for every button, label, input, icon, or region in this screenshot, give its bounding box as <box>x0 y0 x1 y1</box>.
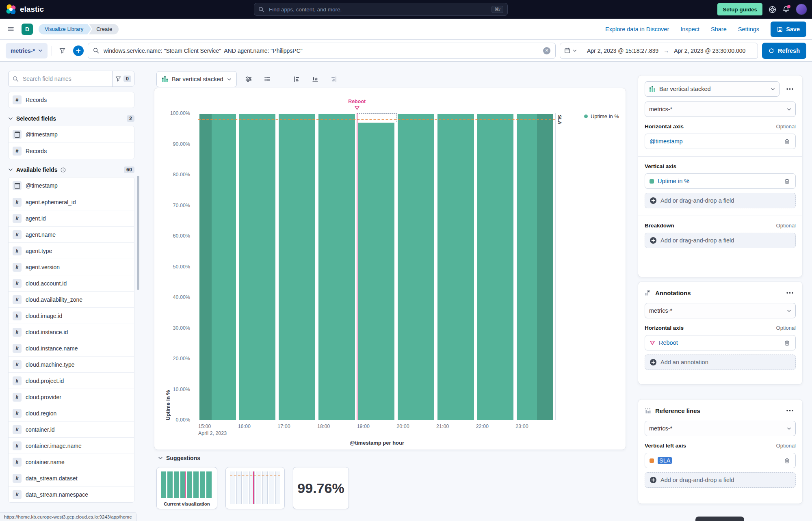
breadcrumb-visualize-library[interactable]: Visualize Library <box>39 24 91 35</box>
available-fields-header[interactable]: Available fields 60 <box>8 166 134 173</box>
help-icon[interactable] <box>769 6 776 13</box>
delete-dimension-icon[interactable] <box>783 177 791 185</box>
field-list-item[interactable]: cloud.availability_zone <box>9 291 134 307</box>
suggestion-alternate-chart[interactable] <box>225 467 285 509</box>
legend-item-uptime[interactable]: Uptime in % <box>584 113 619 119</box>
bar-18:00[interactable] <box>318 114 355 420</box>
field-list-item[interactable]: container.id <box>9 421 134 437</box>
annotations-icon <box>645 290 651 296</box>
field-list-item[interactable]: cloud.image.id <box>9 307 134 324</box>
add-vertical-field-button[interactable]: Add or drag-and-drop a field <box>645 193 796 208</box>
refresh-button[interactable]: Refresh <box>762 43 806 59</box>
global-search-input[interactable] <box>268 6 488 13</box>
field-list-item[interactable]: agent.ephemeral_id <box>9 194 134 210</box>
reference-more-icon[interactable] <box>784 405 796 416</box>
date-from[interactable]: Apr 2, 2023 @ 15:18:27.839 <box>587 48 658 54</box>
bar-19:00[interactable] <box>358 123 395 420</box>
field-list-item[interactable]: cloud.instance.id <box>9 324 134 340</box>
add-breakdown-field-button[interactable]: Add or drag-and-drop a field <box>645 233 796 248</box>
bar-23:00[interactable] <box>517 114 553 420</box>
field-list-item[interactable]: agent.id <box>9 210 134 226</box>
bottom-axis-icon[interactable] <box>308 72 322 86</box>
field-list-item[interactable]: container.name <box>9 454 134 470</box>
layer-dataview-select[interactable]: metrics-* <box>645 102 796 117</box>
delete-dimension-icon[interactable] <box>783 457 791 465</box>
clear-query-icon[interactable]: ✕ <box>543 47 550 54</box>
add-reference-field-button[interactable]: Add or drag-and-drop a field <box>645 472 796 488</box>
field-list-item[interactable]: agent.version <box>9 259 134 275</box>
annotation-hover-box[interactable] <box>357 113 397 122</box>
field-list-item[interactable]: cloud.instance.name <box>9 340 134 356</box>
dimension-uptime[interactable]: Uptime in % <box>645 173 796 189</box>
space-avatar[interactable]: D <box>22 24 33 35</box>
chevron-down-icon <box>8 116 13 121</box>
field-list-item[interactable]: data_stream.namespace <box>9 486 134 502</box>
legend-settings-icon[interactable] <box>260 72 274 86</box>
field-list-item[interactable]: cloud.project.id <box>9 372 134 389</box>
dimension-sla[interactable]: SLA <box>645 453 796 468</box>
elastic-logo-brand[interactable]: elastic <box>6 4 44 15</box>
nav-link[interactable]: Settings <box>738 26 759 32</box>
field-list-item[interactable]: cloud.account.id <box>9 275 134 291</box>
left-axis-icon[interactable] <box>290 72 303 86</box>
kql-query-input[interactable] <box>103 47 539 54</box>
records-field-item[interactable]: Records <box>8 92 134 108</box>
x-tick-date-sublabel: April 2, 2023 <box>198 430 227 436</box>
delete-dimension-icon[interactable] <box>783 138 791 145</box>
suggestions-header[interactable]: Suggestions <box>158 455 200 461</box>
field-list-item[interactable]: agent.type <box>9 242 134 259</box>
nav-link[interactable]: Share <box>711 26 727 32</box>
calendar-menu-button[interactable] <box>560 43 581 58</box>
visual-options-icon[interactable] <box>242 72 256 86</box>
cut-off-bottom-button[interactable] <box>695 517 744 521</box>
field-list-item[interactable]: @timestamp <box>9 126 134 143</box>
bar-20:00[interactable] <box>398 114 434 420</box>
layer-chart-type-select[interactable]: Bar vertical stacked <box>645 81 780 97</box>
dimension-reboot[interactable]: Reboot <box>645 335 796 350</box>
field-list-item[interactable]: container.image.name <box>9 437 134 454</box>
reference-dataview-select[interactable]: metrics-* <box>645 421 796 436</box>
dimension-timestamp[interactable]: @timestamp <box>645 134 796 149</box>
field-list-item[interactable]: cloud.machine.type <box>9 356 134 372</box>
field-list-item[interactable]: Records <box>9 143 134 159</box>
nav-link[interactable]: Explore data in Discover <box>605 26 669 32</box>
optional-tag: Optional <box>776 223 796 229</box>
dataview-picker[interactable]: metrics-* <box>6 43 48 58</box>
suggestion-current-visualization[interactable]: Current visualization <box>156 467 217 509</box>
sidebar-scrollbar[interactable] <box>137 176 139 290</box>
selected-fields-header[interactable]: Selected fields 2 <box>8 115 134 122</box>
field-search[interactable] <box>9 71 112 86</box>
global-search[interactable]: ⌘/ <box>254 3 508 16</box>
reboot-annotation-label[interactable]: Reboot <box>348 99 366 104</box>
annotations-more-icon[interactable] <box>784 288 796 298</box>
field-list-item[interactable]: cloud.provider <box>9 389 134 405</box>
filter-icon[interactable] <box>56 44 69 57</box>
bar-21:00[interactable] <box>437 114 474 420</box>
field-list-item[interactable]: data_stream.dataset <box>9 470 134 486</box>
add-annotation-button[interactable]: Add an annotation <box>645 355 796 370</box>
field-list-item[interactable]: agent.name <box>9 226 134 242</box>
bar-15:00[interactable] <box>199 114 236 420</box>
notifications-bell-icon[interactable] <box>782 6 790 13</box>
field-filter-button[interactable]: 0 <box>112 71 134 86</box>
user-avatar[interactable] <box>796 4 807 15</box>
field-list-item[interactable]: @timestamp <box>9 177 134 194</box>
menu-hamburger-icon[interactable] <box>6 24 16 34</box>
reboot-annotation-line[interactable] <box>357 113 357 420</box>
annotation-marker-icon[interactable] <box>354 105 359 110</box>
chart-type-dropdown[interactable]: Bar vertical stacked <box>156 71 237 87</box>
bar-22:00[interactable] <box>477 114 514 420</box>
field-search-input[interactable] <box>22 75 108 82</box>
suggestion-metric[interactable]: 99.76% <box>293 467 349 509</box>
delete-dimension-icon[interactable] <box>783 339 791 347</box>
nav-link[interactable]: Inspect <box>680 26 699 32</box>
field-list-item[interactable]: cloud.region <box>9 405 134 421</box>
add-filter-icon[interactable] <box>73 45 84 56</box>
bar-17:00[interactable] <box>279 114 315 420</box>
save-button[interactable]: Save <box>771 22 806 37</box>
bar-16:00[interactable] <box>239 114 276 420</box>
annotations-dataview-select[interactable]: metrics-* <box>645 303 796 318</box>
setup-guides-button[interactable]: Setup guides <box>717 3 762 15</box>
layer-more-icon[interactable] <box>784 84 796 94</box>
date-to[interactable]: Apr 2, 2023 @ 23:30:00.000 <box>674 48 745 54</box>
